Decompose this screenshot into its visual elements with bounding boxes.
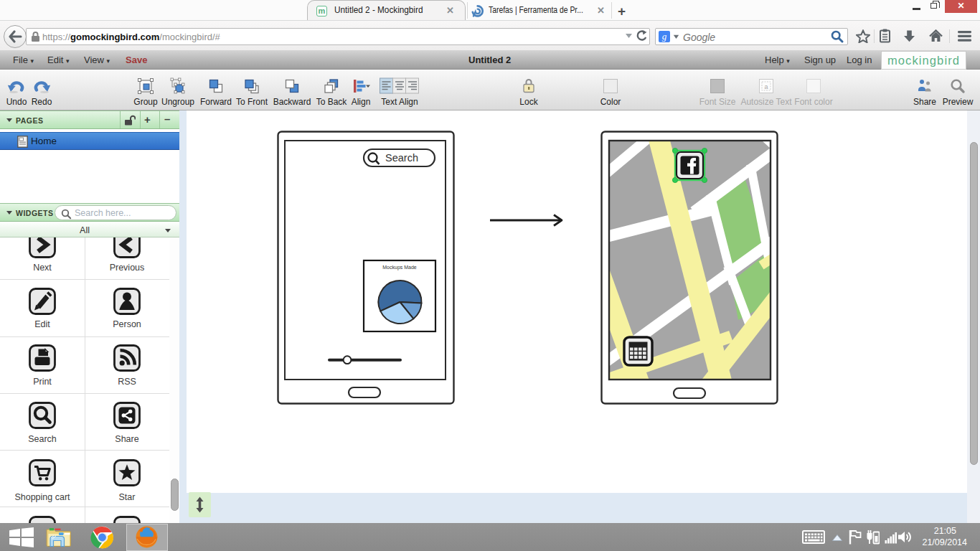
svg-text:Mockups Made: Mockups Made (382, 265, 417, 270)
svg-text:a: a (764, 83, 768, 90)
svg-text:Search: Search (385, 152, 418, 164)
